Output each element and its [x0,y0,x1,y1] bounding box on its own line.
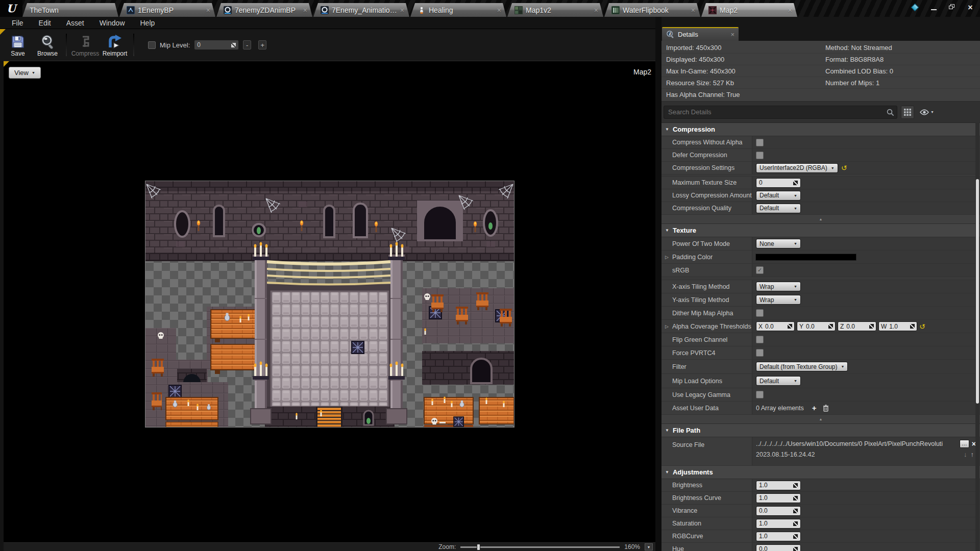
compress-button[interactable]: Compress [70,33,100,57]
section-compression[interactable]: ▼ Compression [662,123,980,136]
tab-thetown[interactable]: TheTown [22,3,118,17]
force-pvrtc4-checkbox[interactable] [756,349,764,357]
reimport-button[interactable]: Reimport [100,33,130,57]
property-matrix-button[interactable] [901,106,914,119]
chevron-down-icon: ▼ [831,166,835,170]
spin-drag-icon[interactable] [231,43,236,47]
zoom-preset-dropdown[interactable]: ▼ [645,543,653,550]
brightness-spinbox[interactable]: 1.0 [756,481,801,490]
srgb-checkbox[interactable]: ✓ [756,266,764,274]
lossy-compression-dropdown[interactable]: Default▼ [756,191,801,201]
spin-drag-icon[interactable] [910,324,915,329]
texture-viewport[interactable]: View ▼ Map2 [4,61,655,551]
filter-dropdown[interactable]: Default (from Texture Group)▼ [756,362,848,371]
brightness-curve-spinbox[interactable]: 1.0 [756,493,801,503]
notification-icon[interactable] [911,4,919,12]
dither-mip-map-alpha-checkbox[interactable] [756,309,764,317]
mip-level-increase-button[interactable]: + [258,40,266,49]
section-adjustments[interactable]: ▼ Adjustments [662,466,980,479]
rgbcurve-spinbox[interactable]: 1.0 [756,532,801,541]
tab-map1v2[interactable]: Map1v2 × [507,3,603,17]
mip-level-checkbox[interactable] [148,41,156,49]
spin-drag-icon[interactable] [828,324,833,329]
menu-edit[interactable]: Edit [31,19,59,27]
tab-map2[interactable]: Map2 × [701,3,797,17]
spin-drag-icon[interactable] [793,483,798,488]
close-icon[interactable]: × [691,6,695,14]
defer-compression-checkbox[interactable] [756,152,764,159]
details-scrollbar-thumb[interactable] [976,179,979,404]
spin-drag-icon[interactable] [793,509,798,513]
mip-level-spinbox[interactable]: 0 [194,40,239,50]
use-legacy-gamma-checkbox[interactable] [756,391,764,398]
maximum-texture-size-spinbox[interactable]: 0 [756,178,801,188]
tab-7enemyzdanimbp[interactable]: 7enemyZDAnimBP × [216,3,312,17]
tab-waterflipbook[interactable]: WaterFlipbook × [604,3,700,17]
zoom-slider[interactable] [460,546,620,548]
panel-splitter[interactable] [655,17,662,551]
close-icon[interactable]: × [594,6,598,14]
mip-level-decrease-button[interactable]: - [243,40,251,49]
spin-drag-icon[interactable] [793,521,798,526]
section-file-path[interactable]: ▼ File Path [662,424,980,437]
spin-drag-icon[interactable] [793,496,798,500]
compress-without-alpha-checkbox[interactable] [756,139,764,146]
alpha-threshold-y-spinbox[interactable]: Y0.0 [797,321,836,331]
close-icon[interactable]: × [730,31,734,38]
padding-color-swatch[interactable] [756,254,856,260]
hue-spinbox[interactable]: 0.0 [756,544,801,551]
close-button[interactable]: × [964,3,977,12]
power-of-two-dropdown[interactable]: None▼ [756,239,801,248]
vibrance-spinbox[interactable]: 0.0 [756,506,801,516]
expander-icon[interactable]: ▷ [665,255,669,260]
menu-asset[interactable]: Asset [59,19,92,27]
zoom-slider-handle[interactable] [477,544,480,550]
save-button[interactable]: Save [3,33,33,57]
tab-7enemy-animationsource[interactable]: 7Enemy_AnimationSource × [313,3,409,17]
close-icon[interactable]: × [497,6,501,14]
texture-preview-image[interactable] [145,181,514,427]
alpha-threshold-w-spinbox[interactable]: W1.0 [878,321,917,331]
compression-advanced-toggle[interactable]: ▲ [662,215,980,224]
expander-icon[interactable]: ▷ [665,324,669,329]
spin-drag-icon[interactable] [793,181,798,185]
close-icon[interactable]: × [206,6,210,14]
menu-window[interactable]: Window [92,19,133,27]
spin-drag-icon[interactable] [788,324,792,329]
browse-file-button[interactable]: … [960,440,969,448]
saturation-spinbox[interactable]: 1.0 [756,519,801,529]
texture-advanced-toggle[interactable]: ▲ [662,415,980,424]
reset-to-default-icon[interactable]: ↺ [841,164,847,171]
compression-quality-dropdown[interactable]: Default▼ [756,204,801,213]
add-element-icon[interactable]: + [812,404,817,412]
section-texture[interactable]: ▼ Texture [662,224,980,237]
spin-drag-icon[interactable] [793,534,798,539]
trash-icon[interactable] [823,405,829,412]
restore-button[interactable] [945,3,959,12]
minimize-button[interactable] [927,3,940,12]
arrow-up-icon[interactable]: ↑ [971,450,974,458]
display-filter-button[interactable]: ▼ [918,106,936,119]
reset-to-default-icon[interactable]: ↺ [919,323,925,330]
close-icon[interactable]: × [400,6,404,14]
x-axis-tiling-dropdown[interactable]: Wrap▼ [756,282,801,291]
alpha-threshold-z-spinbox[interactable]: Z0.0 [838,321,876,331]
spin-drag-icon[interactable] [793,547,798,551]
tab-healing[interactable]: Healing × [410,3,506,17]
menu-help[interactable]: Help [133,19,163,27]
view-menu-button[interactable]: View ▼ [9,67,41,79]
search-input[interactable] [664,106,897,118]
arrow-down-icon[interactable]: ↓ [964,450,967,458]
flip-green-channel-checkbox[interactable] [756,336,764,343]
menu-file[interactable]: File [4,19,31,27]
y-axis-tiling-dropdown[interactable]: Wrap▼ [756,295,801,305]
tab-1enemybp[interactable]: 1EnemyBP × [119,3,215,17]
compression-settings-dropdown[interactable]: UserInterface2D (RGBA)▼ [756,163,838,173]
alpha-threshold-x-spinbox[interactable]: X0.0 [756,321,795,331]
details-tab[interactable]: i Details × [662,27,739,41]
mip-load-options-dropdown[interactable]: Default▼ [756,376,801,386]
browse-button[interactable]: Browse [33,33,62,57]
spin-drag-icon[interactable] [869,324,874,329]
close-icon[interactable]: × [788,6,792,14]
close-icon[interactable]: × [303,6,307,14]
